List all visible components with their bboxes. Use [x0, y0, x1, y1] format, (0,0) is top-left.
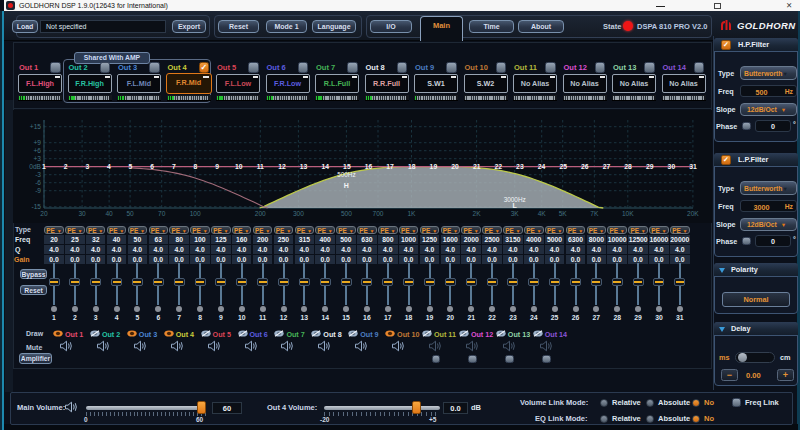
svg-text:4: 4 [107, 163, 111, 170]
svg-text:21: 21 [473, 163, 481, 170]
svg-text:18: 18 [408, 163, 416, 170]
svg-text:29: 29 [646, 163, 654, 170]
svg-text:5K: 5K [559, 210, 568, 217]
svg-text:23: 23 [516, 163, 524, 170]
svg-text:25: 25 [559, 163, 567, 170]
svg-text:20: 20 [40, 210, 48, 217]
svg-text:50: 50 [126, 210, 134, 217]
svg-text:L: L [513, 202, 518, 209]
svg-text:3: 3 [85, 163, 89, 170]
svg-text:19: 19 [430, 163, 438, 170]
svg-text:1: 1 [42, 163, 46, 170]
svg-text:100: 100 [190, 210, 201, 217]
svg-text:3K: 3K [511, 210, 520, 217]
svg-text:2: 2 [64, 163, 68, 170]
svg-text:+9: +9 [33, 139, 41, 146]
svg-text:31: 31 [689, 163, 697, 170]
svg-text:4K: 4K [538, 210, 547, 217]
svg-text:-9: -9 [35, 187, 41, 194]
svg-text:+3: +3 [33, 155, 41, 162]
svg-text:-6: -6 [35, 179, 41, 186]
svg-text:200: 200 [255, 210, 266, 217]
svg-text:-3: -3 [35, 171, 41, 178]
svg-text:27: 27 [603, 163, 611, 170]
svg-text:500Hz: 500Hz [337, 171, 355, 178]
svg-text:700: 700 [372, 210, 383, 217]
svg-text:13: 13 [300, 163, 308, 170]
svg-text:40: 40 [105, 210, 113, 217]
svg-text:70: 70 [158, 210, 166, 217]
svg-text:7: 7 [172, 163, 176, 170]
svg-text:11: 11 [257, 163, 264, 170]
svg-text:H: H [344, 182, 349, 189]
svg-text:26: 26 [581, 163, 589, 170]
svg-text:10K: 10K [622, 210, 634, 217]
svg-text:300: 300 [293, 210, 304, 217]
svg-text:1K: 1K [407, 210, 416, 217]
svg-text:10: 10 [235, 163, 243, 170]
svg-text:5: 5 [129, 163, 133, 170]
svg-text:9: 9 [215, 163, 219, 170]
svg-text:16: 16 [365, 163, 373, 170]
svg-text:28: 28 [624, 163, 632, 170]
svg-text:24: 24 [538, 163, 546, 170]
svg-text:30: 30 [78, 210, 86, 217]
svg-text:0dB: 0dB [29, 163, 41, 170]
svg-text:22: 22 [495, 163, 503, 170]
svg-text:15: 15 [343, 163, 351, 170]
svg-text:12: 12 [278, 163, 286, 170]
svg-text:6: 6 [150, 163, 154, 170]
svg-text:+15: +15 [30, 123, 42, 130]
svg-text:20: 20 [451, 163, 459, 170]
svg-text:500: 500 [341, 210, 352, 217]
svg-text:17: 17 [386, 163, 394, 170]
svg-text:2K: 2K [473, 210, 482, 217]
svg-text:+6: +6 [33, 147, 41, 154]
svg-text:14: 14 [321, 163, 329, 170]
svg-text:8: 8 [194, 163, 198, 170]
svg-text:20K: 20K [687, 210, 699, 217]
svg-text:7K: 7K [590, 210, 599, 217]
svg-text:30: 30 [668, 163, 676, 170]
